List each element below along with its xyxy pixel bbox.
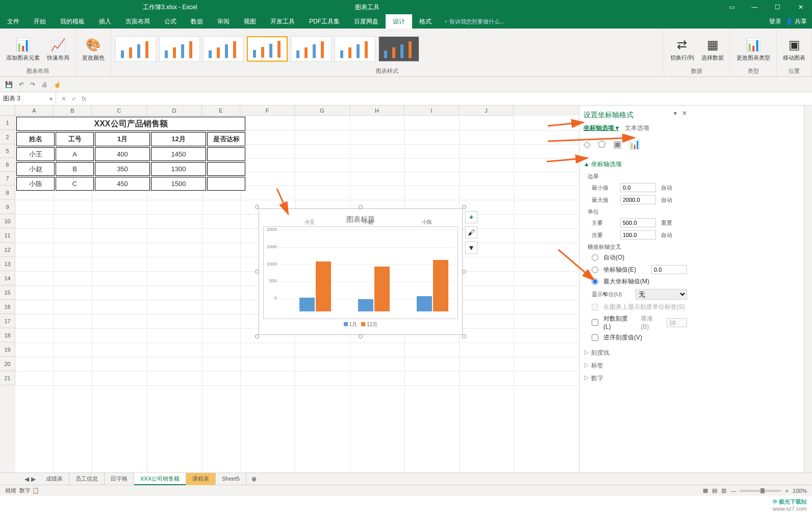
cross-value-radio[interactable] (592, 267, 598, 273)
row-header[interactable]: 10 (0, 214, 15, 228)
tab-text-options[interactable]: 文本选项 (625, 124, 649, 133)
tab-文件[interactable]: 文件 (0, 14, 27, 29)
tab-数据[interactable]: 数据 (184, 14, 210, 29)
change-chart-type-button[interactable]: 📊更改图表类型 (734, 36, 772, 63)
row-header[interactable]: 16 (0, 300, 15, 314)
cancel-icon[interactable]: ✕ (61, 95, 66, 102)
row-header[interactable]: 19 (0, 342, 15, 357)
cross-auto-radio[interactable] (592, 254, 598, 261)
row-header[interactable]: 17 (0, 314, 15, 328)
minor-unit-input[interactable] (620, 230, 656, 240)
chart-plot-area[interactable]: 2000150010005000小王小赵小陈 (263, 226, 458, 319)
tab-设计[interactable]: 设计 (386, 14, 412, 29)
cross-value-input[interactable] (651, 265, 687, 274)
sheet-tab[interactable]: Sheet5 (216, 473, 246, 485)
enter-icon[interactable]: ✓ (71, 95, 77, 102)
section-ticks[interactable]: ▷ 刻度线 (583, 347, 687, 359)
tab-插入[interactable]: 插入 (92, 14, 118, 29)
select-data-button[interactable]: ▦选择数据 (699, 36, 726, 63)
row-header[interactable]: 21 (0, 371, 15, 385)
chart-bar[interactable] (433, 260, 448, 311)
ribbon-options-icon[interactable]: ▭ (720, 0, 743, 14)
sheet-nav-next[interactable]: ▶ (31, 476, 36, 483)
col-header[interactable]: D (147, 106, 202, 116)
tab-开始[interactable]: 开始 (27, 14, 53, 29)
login-link[interactable]: 登录 (769, 17, 781, 26)
chart-legend[interactable]: 1月 12月 (263, 319, 458, 330)
chart-object[interactable]: 图表标题 2000150010005000小王小赵小陈 1月 12月 + 🖌 ▼ (259, 208, 463, 335)
save-icon[interactable]: 💾 (5, 81, 13, 88)
col-header[interactable]: E (202, 106, 240, 116)
tell-me-input[interactable]: ♀ 告诉我您想要做什么... (444, 14, 504, 29)
row-header[interactable]: 8 (0, 186, 15, 200)
tab-axis-options[interactable]: 坐标轴选项 ▾ (583, 124, 619, 133)
undo-icon[interactable]: ↶ (19, 81, 24, 88)
chart-bar[interactable] (299, 298, 315, 311)
row-header[interactable]: 7 (0, 172, 15, 186)
chart-style-3[interactable] (203, 36, 244, 62)
row-header[interactable]: 9 (0, 200, 15, 214)
switch-row-col-button[interactable]: ⇄切换行/列 (668, 36, 696, 63)
row-header[interactable]: 5 (0, 144, 15, 158)
row-header[interactable]: 6 (0, 158, 15, 172)
tab-格式[interactable]: 格式 (412, 14, 439, 29)
section-labels[interactable]: ▷ 标签 (583, 359, 687, 372)
size-icon[interactable]: ▣ (613, 139, 622, 150)
reverse-checkbox[interactable] (592, 334, 598, 341)
chart-style-2[interactable] (159, 36, 200, 62)
sheet-tab[interactable]: 成绩表 (40, 473, 69, 485)
sheet-tab[interactable]: XXX公司销售额 (134, 473, 186, 485)
col-header[interactable]: I (404, 106, 459, 116)
chart-style-1[interactable] (115, 36, 156, 62)
col-header[interactable]: H (350, 106, 404, 116)
row-header[interactable]: 18 (0, 328, 15, 342)
chart-bar[interactable] (358, 299, 373, 311)
tab-审阅[interactable]: 审阅 (210, 14, 237, 29)
axis-options-icon[interactable]: 📊 (629, 139, 640, 150)
row-header[interactable]: 1 (0, 116, 15, 130)
change-colors-button[interactable]: 🎨更改颜色 (80, 36, 107, 63)
row-header[interactable]: 14 (0, 271, 15, 285)
close-pane-icon[interactable]: ✕ (682, 110, 687, 117)
effects-icon[interactable]: ⬠ (598, 139, 606, 150)
normal-view-icon[interactable]: ▦ (703, 487, 708, 494)
chart-filters-button[interactable]: ▼ (465, 242, 477, 254)
tab-百度网盘[interactable]: 百度网盘 (347, 14, 386, 29)
tab-公式[interactable]: 公式 (157, 14, 184, 29)
row-header[interactable]: 15 (0, 285, 15, 300)
sheet-tab[interactable]: 田字格 (105, 473, 134, 485)
row-header[interactable]: 13 (0, 257, 15, 271)
share-button[interactable]: 👤 共享 (785, 17, 807, 26)
chart-bar[interactable] (417, 296, 432, 311)
minimize-button[interactable]: — (743, 0, 766, 14)
quick-layout-button[interactable]: 📈快速布局 (45, 36, 71, 63)
page-break-icon[interactable]: ▥ (721, 487, 726, 494)
chart-style-6[interactable] (335, 36, 375, 62)
maximize-button[interactable]: ☐ (766, 0, 789, 14)
close-button[interactable]: ✕ (789, 0, 812, 14)
tab-我的模板[interactable]: 我的模板 (53, 14, 92, 29)
section-number[interactable]: ▷ 数字 (583, 372, 687, 385)
name-box[interactable]: 图表 3▾ (0, 92, 56, 105)
col-header[interactable]: G (295, 106, 350, 116)
add-sheet-button[interactable]: ⊕ (246, 476, 262, 483)
data-table[interactable]: XXX公司产品销售额 姓名工号1月12月是否达标 小王A4001450小赵B35… (15, 116, 246, 192)
chart-bar[interactable] (374, 267, 390, 311)
sheet-tab[interactable]: 课程表 (186, 473, 216, 485)
pane-options-icon[interactable]: ▼ (673, 111, 678, 116)
print-icon[interactable]: 🖨 (41, 81, 47, 88)
vertical-scrollbar[interactable] (804, 106, 812, 472)
zoom-slider[interactable] (740, 490, 781, 492)
zoom-level[interactable]: 100% (793, 488, 807, 494)
major-unit-input[interactable] (620, 218, 656, 227)
sheet-nav-prev[interactable]: ◀ (24, 476, 29, 483)
min-value-input[interactable] (620, 183, 656, 192)
section-axis-options[interactable]: ▲ 坐标轴选项 (583, 158, 687, 171)
col-header[interactable]: C (92, 106, 147, 116)
chart-styles-gallery[interactable] (115, 31, 659, 67)
page-layout-icon[interactable]: ▤ (712, 487, 717, 494)
row-header[interactable]: 12 (0, 243, 15, 257)
add-chart-element-button[interactable]: 📊添加图表元素 (4, 36, 42, 63)
col-header[interactable]: A (15, 106, 54, 116)
chart-styles-button[interactable]: 🖌 (465, 226, 477, 239)
